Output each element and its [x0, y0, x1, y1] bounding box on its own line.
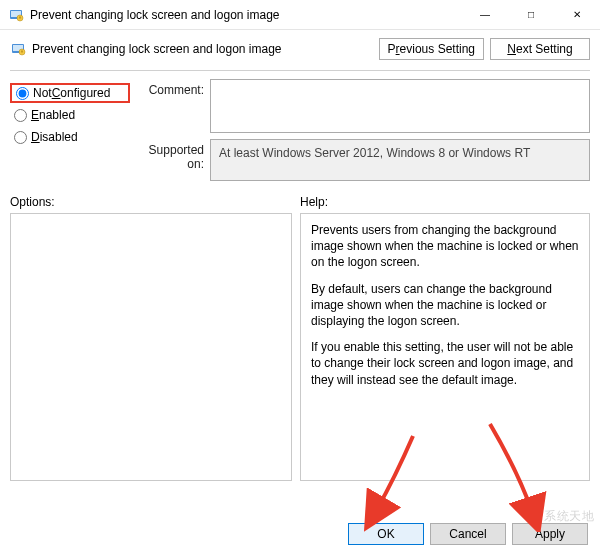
radio-disabled[interactable]: Disabled	[10, 127, 130, 147]
dialog-content: Prevent changing lock screen and logon i…	[0, 30, 600, 491]
help-label: Help:	[300, 195, 328, 209]
header-row: Prevent changing lock screen and logon i…	[10, 38, 590, 60]
section-labels: Options: Help:	[10, 195, 590, 209]
help-paragraph: Prevents users from changing the backgro…	[311, 222, 579, 271]
radio-enabled[interactable]: Enabled	[10, 105, 130, 125]
divider	[10, 70, 590, 71]
maximize-button[interactable]: □	[508, 0, 554, 29]
radio-not-configured-input[interactable]	[16, 87, 29, 100]
options-panel	[10, 213, 292, 481]
config-right: Comment: Supported on: At least Windows …	[130, 79, 590, 187]
svg-rect-7	[21, 51, 22, 53]
comment-input[interactable]	[210, 79, 590, 133]
policy-title: Prevent changing lock screen and logon i…	[32, 42, 379, 56]
options-label: Options:	[10, 195, 300, 209]
policy-icon	[10, 41, 26, 57]
next-setting-button[interactable]: Next Setting	[490, 38, 590, 60]
supported-label: Supported on:	[130, 139, 210, 181]
supported-on-field: At least Windows Server 2012, Windows 8 …	[210, 139, 590, 181]
radio-disabled-input[interactable]	[14, 131, 27, 144]
radio-not-configured[interactable]: Not Configured	[10, 83, 130, 103]
svg-rect-3	[19, 16, 20, 18]
state-radio-group: Not Configured Enabled Disabled	[10, 79, 130, 187]
minimize-button[interactable]: —	[462, 0, 508, 29]
window-title: Prevent changing lock screen and logon i…	[30, 8, 462, 22]
watermark: 系统天地	[544, 508, 594, 525]
panels: Prevents users from changing the backgro…	[10, 213, 590, 481]
radio-enabled-input[interactable]	[14, 109, 27, 122]
ok-button[interactable]: OK	[348, 523, 424, 545]
close-button[interactable]: ✕	[554, 0, 600, 29]
apply-button[interactable]: Apply	[512, 523, 588, 545]
app-icon	[8, 7, 24, 23]
comment-label: Comment:	[130, 79, 210, 133]
help-paragraph: By default, users can change the backgro…	[311, 281, 579, 330]
help-panel: Prevents users from changing the backgro…	[300, 213, 590, 481]
previous-setting-button[interactable]: Previous Setting	[379, 38, 484, 60]
help-paragraph: If you enable this setting, the user wil…	[311, 339, 579, 388]
footer-buttons: OK Cancel Apply	[348, 523, 588, 545]
window-controls: — □ ✕	[462, 0, 600, 29]
cancel-button[interactable]: Cancel	[430, 523, 506, 545]
config-row: Not Configured Enabled Disabled Comment:…	[10, 79, 590, 187]
title-bar: Prevent changing lock screen and logon i…	[0, 0, 600, 30]
